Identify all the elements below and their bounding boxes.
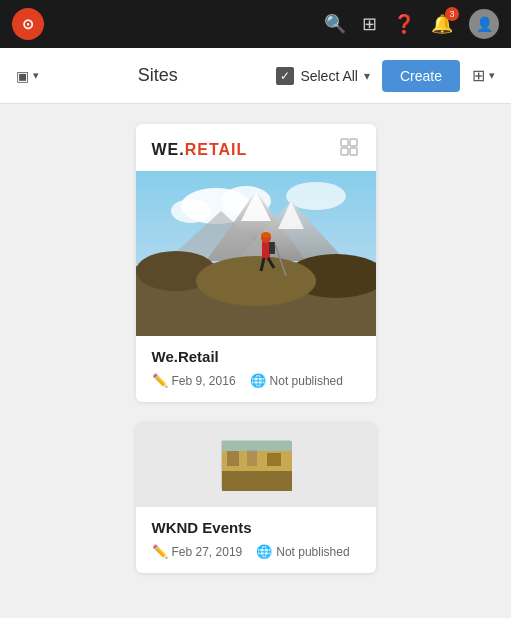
svg-rect-30 [222,441,292,451]
svg-rect-21 [269,242,275,254]
toolbar: ▣ ▾ Sites ✓ Select All ▾ Create ⊞ ▾ [0,48,511,104]
search-icon[interactable]: 🔍 [324,13,346,35]
svg-rect-1 [350,139,357,146]
logo-icon: ⊙ [22,16,34,32]
site-date: Feb 27, 2019 [172,545,243,559]
page-title: Sites [51,65,264,86]
select-all-control[interactable]: ✓ Select All ▾ [276,67,370,85]
topbar: ⊙ 🔍 ⊞ ❓ 🔔 3 👤 [0,0,511,48]
site-card[interactable]: WE.RETAIL [136,124,376,402]
card-meta: ✏️ Feb 27, 2019 🌐 Not published [152,544,360,559]
select-all-checkbox[interactable]: ✓ [276,67,294,85]
status-meta: 🌐 Not published [256,544,349,559]
svg-rect-2 [341,148,348,155]
svg-point-17 [196,256,316,306]
user-avatar[interactable]: 👤 [469,9,499,39]
avatar-icon: 👤 [476,16,493,32]
select-all-chevron-icon[interactable]: ▾ [364,69,370,83]
card-info: We.Retail ✏️ Feb 9, 2016 🌐 Not published [136,336,376,402]
create-button[interactable]: Create [382,60,460,92]
sidebar-icon: ▣ [16,68,29,84]
card-info: WKND Events ✏️ Feb 27, 2019 🌐 Not publis… [136,507,376,573]
logo-we-text: WE. [152,141,185,158]
card-header: WE.RETAIL [136,124,376,171]
notifications-icon[interactable]: 🔔 3 [431,13,453,35]
publish-icon: 🌐 [256,544,272,559]
sidebar-chevron-icon: ▾ [33,69,39,82]
site-hero-image [136,171,376,336]
status-badge: Not published [276,545,349,559]
date-meta: ✏️ Feb 27, 2019 [152,544,243,559]
topbar-right: 🔍 ⊞ ❓ 🔔 3 👤 [324,9,499,39]
site-card[interactable]: WKND Events ✏️ Feb 27, 2019 🌐 Not publis… [136,422,376,573]
svg-rect-0 [341,139,348,146]
publish-icon: 🌐 [250,373,266,388]
topbar-left: ⊙ [12,8,44,40]
grid-view-icon: ⊞ [472,66,485,85]
notification-badge: 3 [445,7,459,21]
svg-rect-29 [267,453,281,466]
status-badge: Not published [270,374,343,388]
grid-icon[interactable]: ⊞ [362,13,377,35]
app-logo[interactable]: ⊙ [12,8,44,40]
site-name: We.Retail [152,348,360,365]
svg-point-7 [171,199,211,223]
select-all-label: Select All [300,68,358,84]
svg-point-20 [261,232,271,238]
svg-rect-26 [222,471,292,491]
date-meta: ✏️ Feb 9, 2016 [152,373,236,388]
site-date: Feb 9, 2016 [172,374,236,388]
view-toggle-chevron-icon: ▾ [489,69,495,82]
svg-rect-18 [262,241,270,259]
svg-rect-28 [247,449,257,466]
site-logo: WE.RETAIL [152,141,248,159]
svg-rect-3 [350,148,357,155]
site-hero-image [136,422,376,507]
status-meta: 🌐 Not published [250,373,343,388]
site-name: WKND Events [152,519,360,536]
sidebar-toggle[interactable]: ▣ ▾ [16,68,39,84]
site-thumbnail [221,440,291,490]
sites-list: WE.RETAIL [0,104,511,618]
card-meta: ✏️ Feb 9, 2016 🌐 Not published [152,373,360,388]
view-toggle[interactable]: ⊞ ▾ [472,66,495,85]
card-menu-icon[interactable] [338,136,360,163]
pencil-icon: ✏️ [152,373,168,388]
logo-retail-text: RETAIL [185,141,248,158]
svg-rect-27 [227,451,239,466]
help-icon[interactable]: ❓ [393,13,415,35]
pencil-icon: ✏️ [152,544,168,559]
